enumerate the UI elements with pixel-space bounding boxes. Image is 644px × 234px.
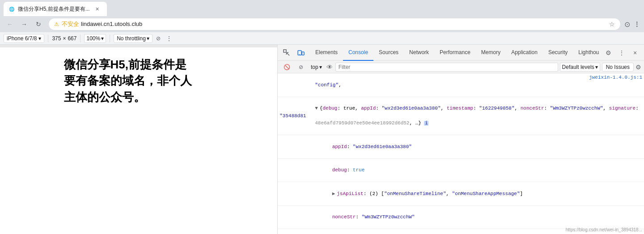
devtools-more-button[interactable]: ⋮: [615, 47, 628, 59]
svg-rect-2: [302, 52, 304, 55]
throttle-value: No throttling: [117, 35, 146, 42]
address-text: 不安全lindawei.cn1.utools.club: [62, 20, 606, 28]
svg-point-3: [299, 54, 300, 54]
height-value: 667: [68, 35, 76, 42]
device-arrow-icon: ▾: [38, 35, 41, 42]
insecure-label: 不安全: [62, 21, 79, 27]
console-gear-button[interactable]: ⚙: [636, 64, 641, 71]
toolbar-separator-3: [110, 34, 110, 43]
tab-title: 微信分享H5,前提条件是要有...: [18, 5, 90, 13]
browser-tab[interactable]: 🌐 微信分享H5,前提条件是要有... ×: [4, 2, 107, 16]
toolbar-separator-1: [48, 34, 48, 43]
tab-elements[interactable]: Elements: [310, 45, 343, 61]
devtools-close-button[interactable]: ×: [629, 47, 641, 59]
console-settings-button[interactable]: ⊘: [295, 61, 307, 73]
console-prop-jsapilist: ▶jsApiList: (2) ["onMenuShareTimeline", …: [278, 182, 644, 206]
nav-buttons: ← → ↻: [4, 18, 45, 30]
zoom-selector[interactable]: 100% ▾: [84, 34, 106, 43]
console-line-source[interactable]: jweixin-1.4.0.js:1: [585, 74, 642, 81]
console-filter-input[interactable]: [335, 63, 558, 72]
device-name: iPhone 6/7/8: [7, 35, 37, 42]
tab-lighthouse[interactable]: Lighthouse: [573, 45, 599, 61]
watermark-text: https://blog.csdn.net/wei-in_3894318...: [566, 227, 642, 232]
page-inner: 微信分享H5,前提条件是 要有备案的域名，非个人 主体的公众号。: [55, 47, 223, 234]
tab-bar: 🌐 微信分享H5,前提条件是要有... ×: [0, 0, 644, 16]
forward-button[interactable]: →: [18, 18, 30, 30]
tab-network[interactable]: Network: [404, 45, 434, 61]
console-prop-debug: debug: true: [278, 159, 644, 183]
reload-button[interactable]: ↻: [32, 18, 45, 30]
address-bar-row: ← → ↻ ⚠ 不安全lindawei.cn1.utools.club ☆ ⊙ …: [0, 16, 644, 32]
collapse-arrow-icon[interactable]: ▶: [332, 191, 335, 196]
console-line-content: ▶jsApiList: (2) ["onMenuShareTimeline", …: [285, 183, 642, 205]
tab-sources[interactable]: Sources: [373, 45, 404, 61]
tab-security[interactable]: Security: [543, 45, 573, 61]
context-value: top: [311, 64, 318, 70]
svg-rect-0: [284, 50, 286, 52]
toolbar-separator-2: [80, 34, 80, 43]
console-entry-config: "config", jweixin-1.4.0.js:1: [278, 73, 644, 97]
back-button[interactable]: ←: [4, 18, 16, 30]
devtools-tabs: Elements Console Sources Network Perform…: [310, 45, 599, 61]
address-bar[interactable]: ⚠ 不安全lindawei.cn1.utools.club ☆: [48, 18, 621, 30]
console-toolbar: 🚫 ⊘ top ▾ 👁 Default levels ▾ No Issues ⚙: [278, 61, 644, 73]
zoom-arrow-icon: ▾: [101, 35, 104, 42]
console-line-content: debug: true: [285, 159, 642, 182]
context-arrow-icon: ▾: [319, 64, 322, 70]
level-value: Default levels: [562, 64, 594, 70]
log-level-selector[interactable]: Default levels ▾: [560, 63, 600, 72]
devtools-settings-button[interactable]: ⚙: [602, 47, 614, 59]
devtools-right-icons: ⚙ ⋮ ×: [599, 47, 644, 59]
console-line-content: "config",: [280, 74, 585, 96]
throttle-selector[interactable]: No throttling ▾: [114, 34, 153, 43]
page-main-text: 微信分享H5,前提条件是 要有备案的域名，非个人 主体的公众号。: [64, 56, 192, 105]
live-expression-button[interactable]: 👁: [326, 63, 334, 72]
emulation-toolbar: iPhone 6/7/8 ▾ 375 × 667 100% ▾ No throt…: [0, 32, 644, 45]
security-warning-icon: ⚠: [54, 21, 59, 27]
tab-performance[interactable]: Performance: [434, 45, 476, 61]
tab-memory[interactable]: Memory: [476, 45, 506, 61]
devtools-left-icons: [278, 47, 310, 59]
console-prop-noncestr: nonceStr: "Wm3WZYTPz0wzcchW": [278, 206, 644, 230]
no-issues-button[interactable]: No Issues: [602, 63, 634, 72]
no-service-worker-button[interactable]: ⊘: [154, 34, 162, 43]
tab-favicon: 🌐: [9, 7, 14, 12]
clear-console-button[interactable]: 🚫: [280, 61, 293, 73]
console-output: "config", jweixin-1.4.0.js:1 ▼{debug: tr…: [278, 73, 644, 234]
more-options-button[interactable]: ⋮: [164, 34, 174, 43]
device-selector[interactable]: iPhone 6/7/8 ▾: [4, 34, 44, 43]
tab-close-button[interactable]: ×: [93, 5, 102, 13]
device-toggle-button[interactable]: [295, 47, 307, 59]
zoom-value: 100%: [86, 35, 100, 42]
context-selector[interactable]: top ▾: [309, 63, 324, 71]
width-value: 375: [52, 35, 61, 42]
console-line-content: ▼{debug: true, appId: "wx2d3ed61e0aa3a38…: [280, 98, 642, 135]
console-entry-object: ▼{debug: true, appId: "wx2d3ed61e0aa3a38…: [278, 97, 644, 136]
devtools-panel: Elements Console Sources Network Perform…: [277, 45, 644, 234]
tab-console[interactable]: Console: [343, 45, 373, 61]
page-content: 微信分享H5,前提条件是 要有备案的域名，非个人 主体的公众号。: [0, 45, 277, 234]
x-separator: ×: [63, 35, 66, 42]
profile-button[interactable]: ⊙: [624, 20, 630, 29]
tab-application[interactable]: Application: [506, 45, 543, 61]
devtools-topbar: Elements Console Sources Network Perform…: [278, 45, 644, 61]
console-prop-appid: appId: "wx2d3ed61e0aa3a380": [278, 135, 644, 159]
info-badge[interactable]: i: [424, 121, 428, 126]
browser-menu-button[interactable]: ⋮: [634, 21, 640, 28]
expand-arrow-icon[interactable]: ▼: [315, 106, 318, 111]
no-issues-label: No Issues: [606, 64, 630, 70]
bookmark-button[interactable]: ☆: [609, 21, 615, 28]
size-display: 375 × 667: [52, 35, 76, 42]
browser-window: 🌐 微信分享H5,前提条件是要有... × ← → ↻ ⚠ 不安全lindawe…: [0, 0, 644, 234]
main-area: 微信分享H5,前提条件是 要有备案的域名，非个人 主体的公众号。: [0, 45, 644, 234]
throttle-arrow-icon: ▾: [147, 35, 149, 42]
inspect-element-button[interactable]: [280, 47, 293, 59]
level-arrow-icon: ▾: [595, 64, 598, 70]
console-line-content: nonceStr: "Wm3WZYTPz0wzcchW": [285, 206, 642, 229]
console-line-content: appId: "wx2d3ed61e0aa3a380": [285, 136, 642, 158]
